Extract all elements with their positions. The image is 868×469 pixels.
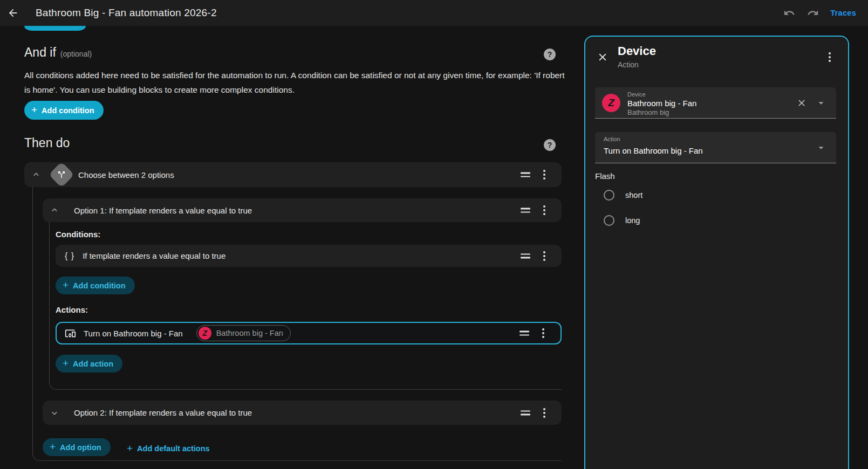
overflow-menu-button[interactable]	[539, 250, 550, 263]
device-field-label: Device	[627, 91, 646, 98]
add-default-actions-button[interactable]: + Add default actions	[127, 443, 210, 454]
then-do-heading: Then do	[24, 136, 70, 150]
drag-handle[interactable]	[521, 410, 530, 415]
add-condition-nested-button[interactable]: + Add condition	[56, 277, 135, 294]
traces-link[interactable]: Traces	[830, 9, 856, 17]
expand-chevron-icon[interactable]	[48, 406, 61, 419]
plus-icon: +	[63, 358, 69, 368]
add-condition-label: Add condition	[42, 106, 94, 115]
and-if-help-button[interactable]: ?	[544, 49, 556, 60]
add-action-button[interactable]: + Add action	[56, 355, 122, 373]
and-if-heading: And if	[24, 45, 56, 60]
action-field-value: Turn on Bathroom big - Fan	[604, 146, 703, 155]
flash-label: Flash	[595, 171, 615, 181]
plus-icon: +	[31, 105, 37, 115]
back-button[interactable]	[0, 0, 26, 26]
radio-icon[interactable]	[604, 190, 614, 201]
device-picker-field[interactable]: Z Device Bathroom big - Fan Bathroom big	[595, 87, 836, 119]
close-icon	[597, 51, 609, 63]
drag-handle[interactable]	[520, 331, 529, 336]
option1-header[interactable]: Option 1: If template renders a value eq…	[43, 198, 562, 222]
overflow-menu-button[interactable]	[539, 168, 550, 181]
add-condition-button[interactable]: + Add condition	[24, 101, 104, 120]
flash-option-short[interactable]: short	[604, 190, 643, 201]
device-field-secondary: Bathroom big	[627, 108, 669, 116]
action-field-label: Action	[604, 136, 620, 142]
device-chip[interactable]: Z Bathroom big - Fan	[196, 325, 291, 341]
template-braces-icon: { }	[65, 251, 74, 261]
devices-icon	[65, 328, 76, 339]
app-bar: Bathroom Big - Fan automation 2026-2 Tra…	[0, 0, 868, 26]
collapse-chevron-icon[interactable]	[48, 204, 61, 217]
device-chip-label: Bathroom big - Fan	[216, 329, 283, 337]
condition-row[interactable]: { } If template renders a value equal to…	[56, 245, 562, 267]
overflow-menu-button[interactable]	[539, 204, 550, 217]
call-split-icon	[57, 170, 66, 180]
condition-label: If template renders a value equal to tru…	[83, 251, 225, 260]
add-default-actions-label: Add default actions	[137, 444, 210, 453]
and-if-optional-label: (optional)	[60, 50, 92, 58]
plus-icon: +	[127, 443, 133, 454]
page-title: Bathroom Big - Fan automation 2026-2	[36, 7, 217, 19]
add-trigger-button-partial[interactable]	[24, 26, 86, 31]
conditions-heading: Conditions:	[56, 230, 100, 239]
close-icon	[796, 98, 807, 108]
choose-block-label: Choose between 2 options	[78, 170, 174, 180]
action-select-field[interactable]: Action Turn on Bathroom big - Fan	[595, 132, 836, 163]
actions-heading: Actions:	[56, 305, 88, 314]
close-button[interactable]	[595, 50, 610, 65]
undo-button[interactable]	[777, 1, 801, 25]
device-avatar: Z	[602, 94, 620, 112]
add-action-label: Add action	[73, 360, 113, 368]
option1-label: Option 1: If template renders a value eq…	[74, 206, 252, 215]
question-icon: ?	[548, 50, 552, 59]
flash-short-label: short	[625, 191, 643, 199]
radio-icon[interactable]	[604, 215, 614, 226]
redo-button[interactable]	[801, 1, 825, 25]
device-avatar: Z	[199, 327, 211, 340]
panel-header: Device Action	[585, 37, 848, 82]
redo-icon	[807, 7, 819, 19]
then-do-help-button[interactable]: ?	[544, 139, 556, 151]
overflow-menu-button[interactable]	[538, 327, 549, 340]
panel-overflow-menu-button[interactable]	[824, 51, 835, 64]
automation-editor-screen: Bathroom Big - Fan automation 2026-2 Tra…	[0, 0, 868, 469]
clear-device-button[interactable]	[795, 96, 808, 109]
device-field-value: Bathroom big - Fan	[627, 99, 696, 108]
panel-subtitle: Action	[618, 60, 639, 69]
chevron-down-icon[interactable]	[815, 96, 828, 109]
undo-icon	[783, 7, 795, 19]
drag-handle[interactable]	[521, 253, 530, 258]
action-label: Turn on Bathroom big - Fan	[84, 329, 183, 338]
plus-icon: +	[50, 442, 56, 452]
panel-title: Device	[618, 44, 656, 58]
option2-header[interactable]: Option 2: If template renders a value eq…	[43, 401, 562, 425]
flash-option-long[interactable]: long	[604, 215, 640, 226]
action-row-selected[interactable]: Turn on Bathroom big - Fan Z Bathroom bi…	[56, 322, 562, 344]
add-condition-nested-label: Add condition	[73, 281, 125, 290]
option2-label: Option 2: If template renders a value eq…	[74, 408, 252, 417]
add-option-button[interactable]: + Add option	[43, 438, 111, 456]
drag-handle[interactable]	[521, 173, 530, 177]
choose-block-header[interactable]: Choose between 2 options	[24, 162, 562, 187]
and-if-description: All conditions added here need to be sat…	[24, 68, 565, 97]
collapse-chevron-icon[interactable]	[30, 168, 43, 181]
chevron-down-icon[interactable]	[815, 141, 828, 154]
flash-long-label: long	[625, 216, 640, 225]
and-if-heading-row: And if (optional)	[24, 45, 92, 60]
arrow-left-icon	[7, 7, 19, 19]
plus-icon: +	[63, 280, 69, 290]
overflow-menu-button[interactable]	[539, 406, 550, 419]
drag-handle[interactable]	[521, 208, 530, 213]
add-option-label: Add option	[60, 443, 101, 452]
choose-icon-badge	[49, 162, 74, 188]
question-icon: ?	[548, 141, 552, 149]
action-editor-panel: Device Action Z Device Bathroom big - Fa…	[584, 36, 849, 469]
then-do-heading-row: Then do	[24, 136, 70, 150]
